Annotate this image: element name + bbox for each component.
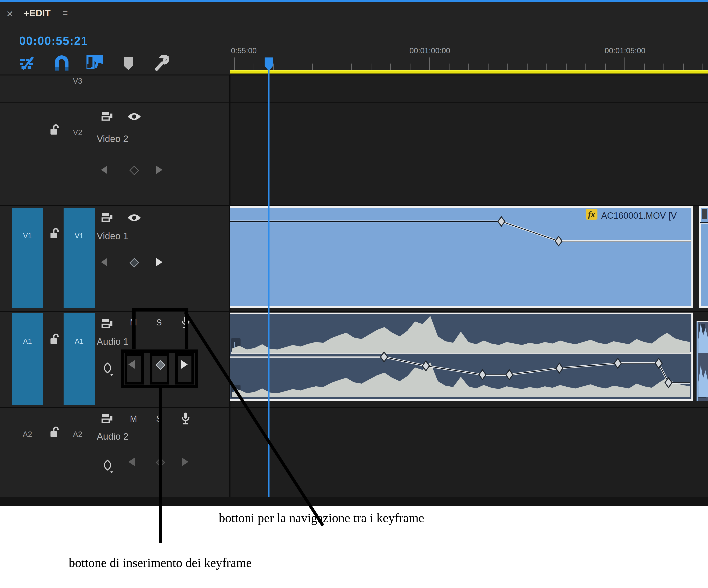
row-divider — [0, 102, 708, 102]
track-target-a2[interactable]: A2 — [73, 430, 82, 439]
next-keyframe-button[interactable] — [182, 458, 188, 466]
track-lock-icon[interactable] — [49, 123, 60, 136]
playhead-line[interactable] — [268, 70, 269, 497]
clip-title: AC160001.MOV [V — [601, 211, 690, 221]
panel-focus-border — [0, 0, 708, 2]
nest-sequences-icon[interactable] — [20, 56, 36, 71]
row-divider — [0, 311, 708, 312]
sync-lock-icon[interactable] — [101, 412, 113, 424]
row-divider — [0, 407, 708, 408]
premiere-timeline-panel: ✕ +EDIT ≡ 00:00:55:21 — [0, 0, 708, 588]
left-channel-badge: L — [698, 342, 706, 353]
track-target-a1[interactable]: A1 — [64, 313, 95, 405]
annotation-box-next-keyframe — [175, 353, 194, 384]
track-short-label-v2[interactable]: V2 — [73, 128, 82, 137]
annotation-label-nav: bottoni per la navigazione tra i keyfram… — [219, 511, 424, 525]
track-target-label: A1 — [64, 337, 95, 346]
panel-menu-icon[interactable]: ≡ — [63, 8, 68, 18]
annotation-box-prev-keyframe — [125, 353, 144, 384]
annotation-box-solo-left — [132, 308, 136, 349]
sync-lock-icon[interactable] — [101, 110, 113, 122]
track-name-v1[interactable]: Video 1 — [97, 231, 128, 241]
track-output-eye-icon[interactable] — [127, 213, 141, 223]
source-patch-label: A1 — [12, 337, 43, 346]
annotation-label-insert: bottone di inserimento dei keyframe — [69, 556, 252, 570]
previous-keyframe-button[interactable] — [128, 458, 135, 466]
previous-keyframe-button[interactable] — [101, 258, 107, 266]
track-short-label-v3: V3 — [73, 76, 82, 86]
ruler-label: 00:01:05:00 — [599, 46, 651, 55]
mute-track-button[interactable]: M — [130, 414, 137, 424]
panel-bottom-edge — [0, 497, 708, 506]
video-clip-partial[interactable] — [699, 206, 708, 308]
sync-lock-icon[interactable] — [101, 318, 113, 330]
track-output-eye-icon[interactable] — [127, 112, 141, 122]
linked-selection-icon[interactable] — [87, 55, 104, 71]
video-clip[interactable] — [230, 206, 693, 308]
track-name-v2[interactable]: Video 2 — [97, 134, 128, 144]
source-patch-v1[interactable]: V1 — [12, 208, 43, 308]
row-divider — [0, 74, 708, 75]
keyframe-type-icon[interactable] — [102, 459, 115, 474]
source-patch-a1[interactable]: A1 — [12, 313, 43, 405]
sequence-tab[interactable]: +EDIT — [24, 8, 51, 19]
timeline-settings-wrench-icon[interactable] — [154, 55, 170, 71]
left-channel-badge: L — [231, 338, 240, 351]
annotation-line-vertical — [159, 388, 162, 544]
next-keyframe-button[interactable] — [156, 166, 163, 174]
snap-magnet-icon[interactable] — [55, 55, 69, 71]
fx-badge — [699, 324, 705, 332]
ruler-label: 00:01:00:00 — [404, 46, 456, 55]
track-name-a2[interactable]: Audio 2 — [97, 431, 128, 442]
ruler-label: 0:55:00 — [231, 46, 257, 55]
track-lock-icon[interactable] — [49, 333, 60, 346]
track-lock-icon[interactable] — [49, 227, 60, 240]
next-keyframe-button[interactable] — [156, 258, 163, 266]
track-target-label: V1 — [64, 232, 95, 240]
annotation-box-solo-top — [132, 308, 188, 311]
add-marker-icon[interactable] — [122, 57, 134, 71]
work-area-bar[interactable] — [230, 70, 708, 73]
solo-track-button[interactable]: S — [156, 318, 162, 328]
track-target-v1[interactable]: V1 — [64, 208, 95, 308]
close-icon[interactable]: ✕ — [6, 9, 13, 19]
fx-badge — [702, 209, 707, 219]
track-lock-icon[interactable] — [49, 426, 60, 439]
previous-keyframe-button[interactable] — [101, 166, 107, 174]
source-patch-label: V1 — [12, 232, 43, 240]
annotation-box-add-keyframe — [150, 353, 169, 384]
playhead-timecode[interactable]: 00:00:55:21 — [19, 34, 88, 48]
sync-lock-icon[interactable] — [101, 211, 113, 223]
fx-badge[interactable]: fx — [586, 209, 597, 220]
audio-clip[interactable] — [230, 313, 693, 401]
right-channel-badge: R — [698, 386, 706, 398]
source-patch-a2[interactable]: A2 — [23, 430, 32, 439]
keyframe-type-icon[interactable] — [102, 362, 115, 377]
voiceover-mic-icon[interactable] — [180, 412, 191, 426]
track-name-a1[interactable]: Audio 1 — [97, 336, 128, 347]
channel-divider — [231, 352, 691, 354]
